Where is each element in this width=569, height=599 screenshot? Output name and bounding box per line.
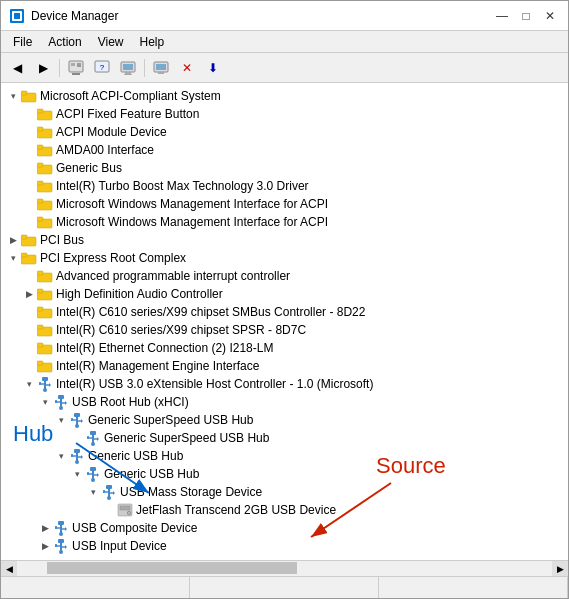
driver-action-button[interactable]: ⬇ bbox=[201, 57, 225, 79]
properties-button[interactable] bbox=[64, 57, 88, 79]
svg-rect-2 bbox=[14, 13, 20, 19]
forward-button[interactable]: ▶ bbox=[31, 57, 55, 79]
tree-item-12[interactable]: ▶ High Definition Audio Controller bbox=[1, 285, 568, 303]
tree-expander[interactable]: ▾ bbox=[53, 412, 69, 428]
tree-expander[interactable] bbox=[21, 340, 37, 356]
folder-icon bbox=[21, 88, 37, 104]
tree-item-8[interactable]: Microsoft Windows Management Interface f… bbox=[1, 213, 568, 231]
folder-icon bbox=[21, 250, 37, 266]
svg-rect-49 bbox=[42, 377, 48, 381]
tree-item-7[interactable]: Microsoft Windows Management Interface f… bbox=[1, 195, 568, 213]
usb-icon bbox=[53, 520, 69, 536]
display-button[interactable] bbox=[116, 57, 140, 79]
tree-expander[interactable] bbox=[21, 358, 37, 374]
tree-item-11[interactable]: Advanced programmable interrupt controll… bbox=[1, 267, 568, 285]
tree-expander[interactable]: ▾ bbox=[53, 448, 69, 464]
tree-item-5[interactable]: Generic Bus bbox=[1, 159, 568, 177]
minimize-button[interactable]: — bbox=[492, 6, 512, 26]
svg-rect-56 bbox=[58, 395, 64, 399]
svg-rect-28 bbox=[37, 181, 43, 185]
svg-rect-53 bbox=[39, 382, 41, 385]
folder-icon bbox=[37, 142, 53, 158]
tree-item-26[interactable]: ▶ USB Input Device bbox=[1, 537, 568, 555]
tree-expander[interactable]: ▾ bbox=[85, 484, 101, 500]
tree-item-label: Microsoft Windows Management Interface f… bbox=[56, 197, 328, 211]
usb-icon bbox=[53, 538, 69, 554]
svg-rect-44 bbox=[37, 325, 43, 329]
back-button[interactable]: ◀ bbox=[5, 57, 29, 79]
svg-point-93 bbox=[107, 496, 111, 500]
tree-item-4[interactable]: AMDA00 Interface bbox=[1, 141, 568, 159]
tree-item-10[interactable]: ▾ PCI Express Root Complex bbox=[1, 249, 568, 267]
tree-item-2[interactable]: ACPI Fixed Feature Button bbox=[1, 105, 568, 123]
hscroll-track[interactable] bbox=[17, 561, 552, 576]
tree-expander[interactable]: ▶ bbox=[21, 286, 37, 302]
svg-rect-30 bbox=[37, 199, 43, 203]
tree-expander[interactable] bbox=[21, 196, 37, 212]
tree-expander[interactable] bbox=[21, 142, 37, 158]
tree-item-9[interactable]: ▶ PCI Bus bbox=[1, 231, 568, 249]
tree-expander[interactable]: ▶ bbox=[37, 538, 53, 554]
menu-help[interactable]: Help bbox=[132, 33, 173, 51]
tree-expander[interactable] bbox=[21, 160, 37, 176]
svg-rect-60 bbox=[55, 400, 57, 403]
hscroll-thumb[interactable] bbox=[47, 562, 297, 574]
hscroll-right-button[interactable]: ▶ bbox=[552, 561, 568, 577]
svg-rect-67 bbox=[71, 418, 73, 421]
tree-item-24[interactable]: JetFlash Transcend 2GB USB Device bbox=[1, 501, 568, 519]
tree-item-17[interactable]: ▾ Intel(R) USB 3.0 eXtensible Host Contr… bbox=[1, 375, 568, 393]
menu-action[interactable]: Action bbox=[40, 33, 89, 51]
tree-expander[interactable] bbox=[21, 214, 37, 230]
disable-button[interactable]: ✕ bbox=[175, 57, 199, 79]
svg-rect-109 bbox=[58, 539, 64, 543]
tree-expander[interactable] bbox=[21, 268, 37, 284]
app-icon bbox=[9, 8, 25, 24]
tree-item-6[interactable]: Intel(R) Turbo Boost Max Technology 3.0 … bbox=[1, 177, 568, 195]
tree-item-3[interactable]: ACPI Module Device bbox=[1, 123, 568, 141]
tree-item-21[interactable]: ▾ Generic USB Hub bbox=[1, 447, 568, 465]
tree-expander[interactable]: ▾ bbox=[21, 376, 37, 392]
svg-rect-20 bbox=[37, 109, 43, 113]
tree-expander[interactable]: ▾ bbox=[5, 250, 21, 266]
update-driver-button[interactable]: ? bbox=[90, 57, 114, 79]
tree-expander[interactable] bbox=[21, 322, 37, 338]
device-tree[interactable]: ▾ Microsoft ACPI-Compliant System ACPI F… bbox=[1, 83, 568, 560]
tree-expander[interactable]: ▾ bbox=[69, 466, 85, 482]
tree-expander[interactable] bbox=[21, 178, 37, 194]
tree-expander[interactable] bbox=[101, 502, 117, 518]
tree-expander[interactable] bbox=[69, 430, 85, 446]
tree-item-22[interactable]: ▾ Generic USB Hub bbox=[1, 465, 568, 483]
svg-point-72 bbox=[91, 442, 95, 446]
close-button[interactable]: ✕ bbox=[540, 6, 560, 26]
tree-item-23[interactable]: ▾ USB Mass Storage Device bbox=[1, 483, 568, 501]
tree-item-25[interactable]: ▶ USB Composite Device bbox=[1, 519, 568, 537]
tree-item-1[interactable]: ▾ Microsoft ACPI-Compliant System bbox=[1, 87, 568, 105]
tree-expander[interactable]: ▾ bbox=[5, 88, 21, 104]
tree-item-14[interactable]: Intel(R) C610 series/X99 chipset SPSR - … bbox=[1, 321, 568, 339]
scan-changes-button[interactable] bbox=[149, 57, 173, 79]
horizontal-scrollbar[interactable]: ◀ ▶ bbox=[1, 560, 568, 576]
tree-item-16[interactable]: Intel(R) Management Engine Interface bbox=[1, 357, 568, 375]
tree-item-label: JetFlash Transcend 2GB USB Device bbox=[136, 503, 336, 517]
tree-item-label: Generic SuperSpeed USB Hub bbox=[88, 413, 253, 427]
tree-item-19[interactable]: ▾ Generic SuperSpeed USB Hub bbox=[1, 411, 568, 429]
tree-item-label: Intel(R) C610 series/X99 chipset SMBus C… bbox=[56, 305, 365, 319]
tree-item-18[interactable]: ▾ USB Root Hub (xHCI) bbox=[1, 393, 568, 411]
tree-expander[interactable]: ▾ bbox=[37, 394, 53, 410]
folder-icon bbox=[37, 214, 53, 230]
tree-item-label: USB Mass Storage Device bbox=[120, 485, 262, 499]
tree-expander[interactable] bbox=[21, 106, 37, 122]
hscroll-left-button[interactable]: ◀ bbox=[1, 561, 17, 577]
tree-expander[interactable] bbox=[21, 304, 37, 320]
maximize-button[interactable]: □ bbox=[516, 6, 536, 26]
tree-item-20[interactable]: Generic SuperSpeed USB Hub bbox=[1, 429, 568, 447]
tree-expander[interactable]: ▶ bbox=[5, 232, 21, 248]
tree-expander[interactable]: ▶ bbox=[37, 520, 53, 536]
svg-marker-115 bbox=[65, 545, 67, 549]
tree-expander[interactable] bbox=[21, 124, 37, 140]
menu-view[interactable]: View bbox=[90, 33, 132, 51]
tree-item-15[interactable]: Intel(R) Ethernet Connection (2) I218-LM bbox=[1, 339, 568, 357]
menu-file[interactable]: File bbox=[5, 33, 40, 51]
folder-icon bbox=[37, 322, 53, 338]
tree-item-13[interactable]: Intel(R) C610 series/X99 chipset SMBus C… bbox=[1, 303, 568, 321]
